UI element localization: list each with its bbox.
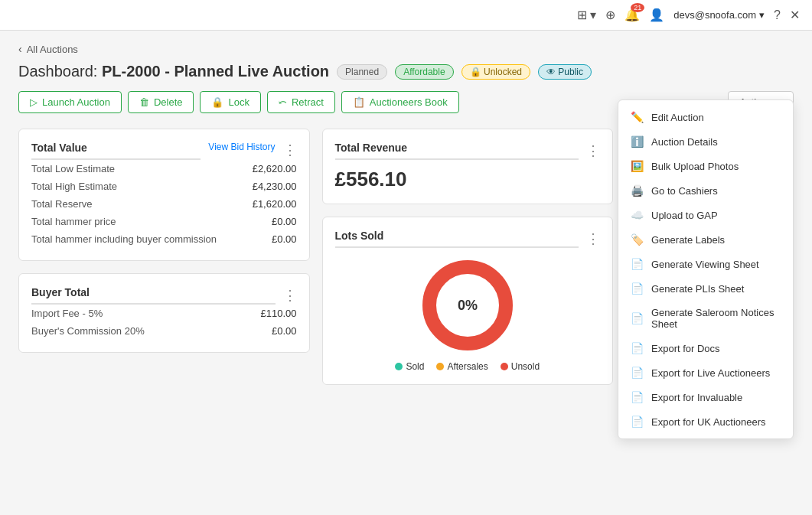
menu-item-label: Generate Labels (651, 234, 725, 246)
donut-container: 0% Sold Aftersales Unsold (335, 256, 601, 372)
total-value-row: Total hammer price£0.00 (31, 213, 297, 230)
notification-badge: 21 (631, 3, 644, 12)
unsold-label: Unsold (511, 361, 540, 372)
lock-icon: 🔒 (211, 96, 223, 108)
menu-item-icon: ☁️ (631, 209, 644, 221)
actions-menu-item[interactable]: 📄Export for Invaluable (618, 385, 793, 397)
page-title: Dashboard: PL-2000 - Planned Live Auctio… (18, 63, 329, 80)
menu-item-icon: 📄 (631, 367, 644, 379)
buyer-total-card: Buyer Total ⋮ Import Fee - 5%£110.00Buye… (18, 273, 310, 353)
sold-label: Sold (406, 361, 424, 372)
actions-menu-item[interactable]: 📄Export for Live Auctioneers (618, 360, 793, 385)
badge-unlocked: 🔒 Unlocked (461, 64, 530, 80)
menu-item-icon: ✏️ (631, 111, 644, 123)
delete-button[interactable]: 🗑 Delete (128, 91, 194, 113)
menu-item-icon: 🏷️ (631, 233, 644, 246)
page-header: Dashboard: PL-2000 - Planned Live Auctio… (18, 63, 794, 80)
close-icon[interactable]: ✕ (790, 8, 800, 22)
total-revenue-amount: £556.10 (335, 168, 601, 191)
user-icon: 👤 (649, 8, 664, 22)
total-revenue-menu-icon[interactable]: ⋮ (586, 142, 600, 159)
topbar: ⊞ ▾ ⊕ 🔔 21 👤 devs@snoofa.com ▾ ? ✕ (0, 0, 812, 31)
breadcrumb[interactable]: ‹ All Auctions (18, 43, 794, 55)
donut-chart: 0% (418, 256, 517, 355)
menu-item-label: Generate PLIs Sheet (651, 283, 744, 295)
stat-label: Total hammer price (31, 216, 116, 227)
actions-menu-item[interactable]: ✏️Edit Auction (618, 105, 793, 129)
buyer-total-menu-icon[interactable]: ⋮ (283, 287, 297, 304)
menu-item-label: Auction Details (651, 136, 718, 148)
menu-item-label: Upload to GAP (651, 210, 718, 221)
sold-dot (395, 363, 403, 370)
total-value-menu-icon[interactable]: ⋮ (283, 142, 297, 158)
donut-legend: Sold Aftersales Unsold (395, 361, 540, 372)
play-icon: ▷ (30, 96, 38, 108)
launch-auction-button[interactable]: ▷ Launch Auction (18, 91, 122, 113)
total-value-title: Total Value (31, 142, 201, 160)
cards-right: Total Revenue ⋮ £556.10 Lots Sold ⋮ 0% (322, 129, 614, 385)
total-value-row: Total Low Estimate£2,620.00 (31, 160, 297, 178)
stat-value: £1,620.00 (253, 198, 297, 210)
menu-item-label: Go to Cashiers (651, 185, 718, 197)
actions-menu-item[interactable]: 📄Generate Saleroom Notices Sheet (618, 301, 793, 336)
badge-affordable: Affordable (395, 64, 454, 80)
retract-button[interactable]: ⤺ Retract (267, 91, 335, 113)
menu-item-label: Export for Docs (651, 343, 720, 354)
total-value-card: Total Value View Bid History ⋮ Total Low… (18, 129, 310, 261)
grid-icon[interactable]: ⊞ ▾ (577, 8, 596, 22)
aftersales-label: Aftersales (447, 361, 488, 372)
add-icon[interactable]: ⊕ (605, 8, 615, 22)
buyer-total-title: Buyer Total (31, 286, 276, 305)
help-icon[interactable]: ? (774, 8, 781, 22)
badge-public: 👁 Public (538, 64, 592, 80)
menu-item-icon: 📄 (631, 391, 644, 397)
stat-label: Buyer's Commission 20% (31, 325, 145, 337)
breadcrumb-label: All Auctions (27, 44, 78, 55)
actions-menu-item[interactable]: ℹ️Auction Details (618, 129, 793, 154)
legend-aftersales: Aftersales (436, 361, 488, 372)
cards-left: Total Value View Bid History ⋮ Total Low… (18, 129, 310, 385)
actions-menu-item[interactable]: 🖼️Bulk Upload Photos (618, 154, 793, 178)
actions-menu-item[interactable]: 🏷️Generate Labels (618, 227, 793, 252)
actions-menu-item[interactable]: ☁️Upload to GAP (618, 203, 793, 227)
svg-text:0%: 0% (458, 298, 478, 313)
menu-item-label: Edit Auction (651, 112, 704, 123)
actions-menu-item[interactable]: 📄Generate Viewing Sheet (618, 252, 793, 276)
total-value-row: Total Reserve£1,620.00 (31, 195, 297, 213)
menu-item-icon: 🖼️ (631, 160, 644, 172)
auctioneers-book-button[interactable]: 📋 Auctioneers Book (341, 91, 459, 113)
actions-menu-item[interactable]: 🖨️Go to Cashiers (618, 178, 793, 203)
total-value-rows: Total Low Estimate£2,620.00Total High Es… (31, 160, 297, 248)
notifications-icon[interactable]: 🔔 21 (624, 8, 640, 22)
buyer-total-row: Buyer's Commission 20%£0.00 (31, 322, 297, 340)
lock-button[interactable]: 🔒 Lock (200, 91, 260, 113)
buyer-total-rows: Import Fee - 5%£110.00Buyer's Commission… (31, 305, 297, 340)
menu-item-label: Export for Invaluable (651, 392, 742, 398)
lots-sold-title: Lots Sold (335, 230, 579, 248)
menu-item-label: Export for Live Auctioneers (651, 367, 770, 379)
back-arrow-icon: ‹ (18, 43, 22, 55)
menu-item-icon: ℹ️ (631, 135, 644, 148)
legend-sold: Sold (395, 361, 424, 372)
badge-planned: Planned (337, 64, 387, 80)
trash-icon: 🗑 (139, 96, 149, 108)
menu-item-icon: 📄 (631, 312, 644, 324)
actions-menu-item[interactable]: 📄Generate PLIs Sheet (618, 276, 793, 301)
stat-label: Import Fee - 5% (31, 308, 103, 319)
book-icon: 📋 (353, 96, 365, 108)
retract-icon: ⤺ (279, 96, 287, 108)
stat-label: Total Low Estimate (31, 163, 115, 174)
view-bid-history-link[interactable]: View Bid History (208, 142, 275, 152)
total-value-row: Total High Estimate£4,230.00 (31, 178, 297, 195)
actions-menu-item[interactable]: 📄Export for Docs (618, 336, 793, 360)
stat-label: Total High Estimate (31, 181, 117, 192)
user-email[interactable]: devs@snoofa.com ▾ (673, 9, 765, 21)
stat-label: Total Reserve (31, 198, 92, 210)
stat-label: Total hammer including buyer commission (31, 233, 217, 245)
menu-item-label: Generate Saleroom Notices Sheet (651, 307, 781, 330)
lots-sold-menu-icon[interactable]: ⋮ (586, 230, 600, 247)
stat-value: £0.00 (272, 233, 297, 245)
stat-value: £0.00 (272, 325, 297, 337)
menu-item-icon: 📄 (631, 342, 644, 354)
total-revenue-title: Total Revenue (335, 142, 579, 160)
